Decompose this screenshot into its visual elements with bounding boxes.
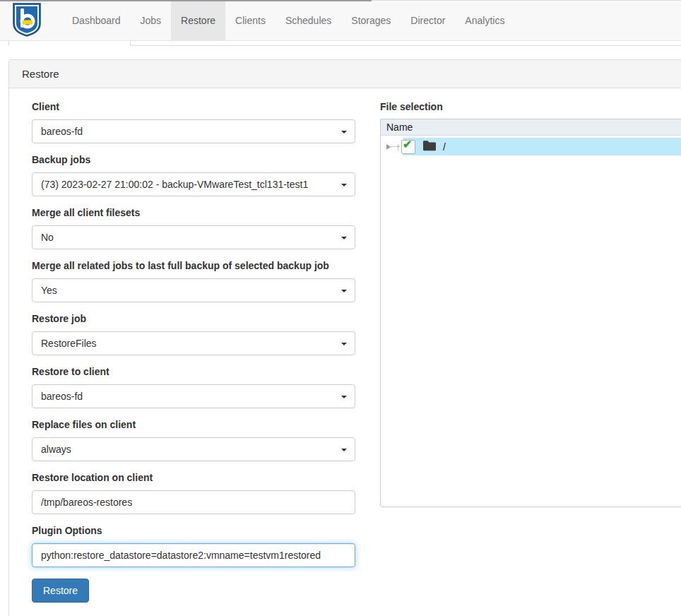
- nav-item-storages[interactable]: Storages: [341, 1, 401, 40]
- nav-item-analytics[interactable]: Analytics: [455, 1, 514, 40]
- file-selection-section: File selection Name ✔ /: [380, 101, 681, 507]
- top-navbar: Dashboard Jobs Restore Clients Schedules…: [0, 1, 681, 41]
- checked-checkbox[interactable]: ✔: [401, 140, 415, 154]
- file-selection-title: File selection: [380, 101, 681, 112]
- active-subtab-left-border: [8, 40, 9, 46]
- chevron-down-icon: [341, 290, 347, 292]
- merge-related-jobs-select-value: Yes: [41, 285, 57, 296]
- client-select-value: bareos-fd: [41, 126, 83, 137]
- file-tree-panel: Name ✔ /: [380, 119, 681, 507]
- client-label: Client: [32, 101, 355, 112]
- restore-panel: Restore Client bareos-fd Backup jobs (73…: [8, 59, 681, 616]
- restore-button[interactable]: Restore: [32, 579, 89, 603]
- nav-item-restore[interactable]: Restore: [171, 1, 225, 40]
- nav-item-jobs[interactable]: Jobs: [131, 1, 172, 40]
- restore-location-input[interactable]: [32, 490, 355, 514]
- merge-filesets-select[interactable]: No: [32, 225, 355, 249]
- field-backup-jobs: Backup jobs (73) 2023-02-27 21:00:02 - b…: [32, 154, 355, 196]
- chevron-down-icon: [341, 396, 347, 398]
- tree-expander-icon[interactable]: [386, 144, 391, 150]
- panel-title: Restore: [9, 60, 681, 88]
- field-merge-related-jobs: Merge all related jobs to last full back…: [32, 260, 355, 302]
- field-client: Client bareos-fd: [32, 101, 355, 143]
- merge-related-jobs-label: Merge all related jobs to last full back…: [32, 260, 355, 271]
- folder-icon: [422, 140, 437, 154]
- field-restore-location: Restore location on client: [32, 472, 355, 514]
- field-restore-to-client: Restore to client bareos-fd: [32, 366, 355, 408]
- chevron-down-icon: [341, 131, 347, 134]
- replace-files-select[interactable]: always: [32, 437, 355, 461]
- backup-jobs-select-value: (73) 2023-02-27 21:00:02 - backup-VMware…: [41, 179, 308, 190]
- restore-to-client-select[interactable]: bareos-fd: [32, 384, 355, 408]
- subtab-bar-border: [131, 45, 681, 46]
- bareos-shield-icon: [11, 2, 42, 40]
- merge-filesets-label: Merge all client filesets: [32, 207, 355, 218]
- tree-row-root[interactable]: ✔ /: [381, 138, 681, 155]
- chevron-down-icon: [341, 449, 347, 451]
- chevron-down-icon: [341, 237, 347, 239]
- restore-to-client-select-value: bareos-fd: [41, 391, 83, 402]
- backup-jobs-select[interactable]: (73) 2023-02-27 21:00:02 - backup-VMware…: [32, 172, 355, 196]
- restore-job-label: Restore job: [32, 313, 355, 324]
- client-select[interactable]: bareos-fd: [32, 119, 355, 143]
- panel-body: Client bareos-fd Backup jobs (73) 2023-0…: [9, 88, 681, 616]
- window-top-edge-light: [372, 0, 681, 1]
- field-restore-job: Restore job RestoreFiles: [32, 313, 355, 355]
- restore-job-select[interactable]: RestoreFiles: [32, 331, 355, 355]
- tree-column-header-name: Name: [381, 119, 681, 136]
- chevron-down-icon: [341, 184, 347, 186]
- green-check-icon: ✔: [403, 138, 412, 151]
- active-subtab-right-border: [130, 41, 131, 46]
- nav-item-clients[interactable]: Clients: [225, 1, 276, 40]
- chevron-down-icon: [341, 343, 347, 345]
- replace-files-label: Replace files on client: [32, 419, 355, 430]
- merge-filesets-select-value: No: [41, 232, 54, 243]
- field-merge-filesets: Merge all client filesets No: [32, 207, 355, 249]
- plugin-options-label: Plugin Options: [32, 525, 355, 536]
- replace-files-select-value: always: [41, 444, 71, 455]
- field-plugin-options: Plugin Options: [32, 525, 355, 567]
- restore-form: Client bareos-fd Backup jobs (73) 2023-0…: [32, 101, 355, 603]
- restore-location-label: Restore location on client: [32, 472, 355, 483]
- nav-item-director[interactable]: Director: [401, 1, 455, 40]
- field-replace-files: Replace files on client always: [32, 419, 355, 461]
- tree-node-label: /: [443, 141, 446, 153]
- bareos-logo[interactable]: [11, 2, 42, 40]
- restore-to-client-label: Restore to client: [32, 366, 355, 377]
- nav-item-dashboard[interactable]: Dashboard: [62, 1, 131, 40]
- plugin-options-input[interactable]: [32, 543, 355, 567]
- nav-item-schedules[interactable]: Schedules: [276, 1, 341, 40]
- tree-dotted-connector: [391, 146, 400, 147]
- merge-related-jobs-select[interactable]: Yes: [32, 278, 355, 302]
- restore-job-select-value: RestoreFiles: [41, 338, 97, 349]
- backup-jobs-label: Backup jobs: [32, 154, 355, 165]
- tree-dotted-line: [398, 145, 398, 150]
